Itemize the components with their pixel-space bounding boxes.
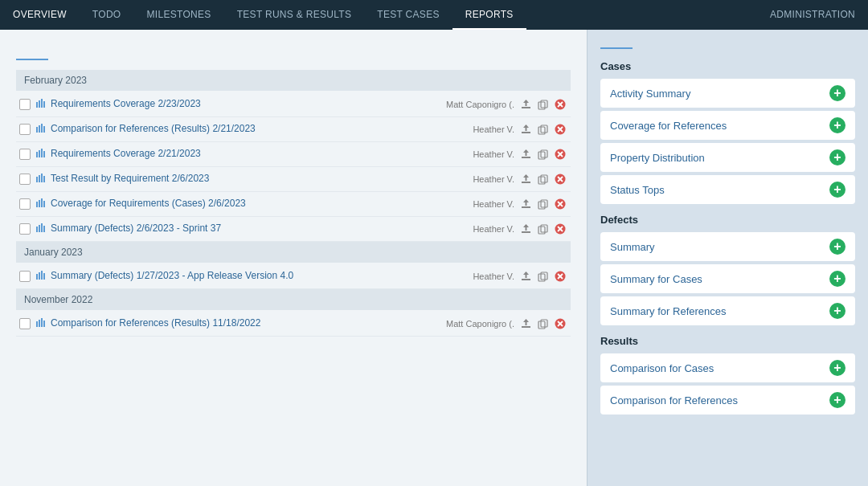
template-item[interactable]: Summary+ xyxy=(600,232,855,261)
template-item[interactable]: Comparison for Cases+ xyxy=(600,353,855,382)
report-checkbox[interactable] xyxy=(19,149,31,160)
export-button[interactable] xyxy=(519,317,533,331)
copy-button[interactable] xyxy=(536,270,550,284)
report-link[interactable]: Summary (Defects) 1/27/2023 - App Releas… xyxy=(51,270,429,283)
report-link[interactable]: Requirements Coverage 2/21/2023 xyxy=(51,148,429,161)
copy-button[interactable] xyxy=(536,98,550,112)
export-button[interactable] xyxy=(519,98,533,112)
delete-button[interactable] xyxy=(553,122,567,137)
delete-button[interactable] xyxy=(553,197,567,211)
svg-rect-73 xyxy=(39,272,40,280)
delete-button[interactable] xyxy=(553,317,567,331)
export-button[interactable] xyxy=(519,223,533,236)
template-item-label: Status Tops xyxy=(610,184,665,196)
report-checkbox[interactable] xyxy=(19,223,31,235)
report-link[interactable]: Requirements Coverage 2/23/2023 xyxy=(51,98,429,111)
add-template-button[interactable]: + xyxy=(829,271,845,287)
add-template-button[interactable]: + xyxy=(829,239,845,255)
template-item[interactable]: Coverage for References+ xyxy=(600,111,855,140)
report-checkbox[interactable] xyxy=(19,124,31,135)
delete-button[interactable] xyxy=(553,172,567,186)
group-header: January 2023 xyxy=(16,242,571,263)
svg-rect-92 xyxy=(541,320,547,327)
template-item[interactable]: Comparison for References+ xyxy=(600,386,855,415)
report-checkbox[interactable] xyxy=(19,271,31,282)
export-button[interactable] xyxy=(519,198,533,211)
delete-button[interactable] xyxy=(553,97,567,112)
copy-button[interactable] xyxy=(536,123,550,137)
add-template-button[interactable]: + xyxy=(829,360,845,376)
svg-rect-3 xyxy=(43,101,45,108)
svg-rect-40 xyxy=(522,182,530,183)
svg-rect-15 xyxy=(43,126,45,133)
template-item[interactable]: Status Tops+ xyxy=(600,175,855,204)
report-link[interactable]: Summary (Defects) 2/6/2023 - Sprint 37 xyxy=(51,223,429,235)
nav-item-todo[interactable]: TODO xyxy=(80,0,134,30)
group-header: November 2022 xyxy=(16,289,571,310)
report-user: Heather V. xyxy=(434,224,514,234)
export-button[interactable] xyxy=(519,123,533,137)
report-link[interactable]: Test Result by Requirement 2/6/2023 xyxy=(51,173,429,186)
copy-button[interactable] xyxy=(536,148,550,161)
nav-item-reports[interactable]: REPORTS xyxy=(452,0,526,30)
report-checkbox[interactable] xyxy=(19,198,31,210)
bar-chart-icon xyxy=(35,173,46,186)
report-link[interactable]: Comparison for References (Results) 11/1… xyxy=(51,317,429,330)
groups-container: February 2023Requirements Coverage 2/23/… xyxy=(16,70,571,337)
svg-rect-85 xyxy=(39,320,40,327)
add-template-button[interactable]: + xyxy=(829,303,845,319)
svg-rect-52 xyxy=(522,206,530,208)
report-actions xyxy=(519,147,567,161)
template-item[interactable]: Property Distribution+ xyxy=(600,143,855,172)
nav-item-milestones[interactable]: MILESTONES xyxy=(134,0,224,30)
svg-rect-51 xyxy=(43,201,45,207)
copy-button[interactable] xyxy=(536,173,550,186)
delete-button[interactable] xyxy=(553,269,567,284)
svg-rect-86 xyxy=(41,318,43,327)
nav-item-test-cases[interactable]: TEST CASES xyxy=(364,0,452,30)
svg-rect-88 xyxy=(522,326,530,328)
report-link[interactable]: Comparison for References (Results) 2/21… xyxy=(51,123,429,136)
nav-item-administration[interactable]: ADMINISTRATION xyxy=(757,0,868,30)
report-checkbox[interactable] xyxy=(19,174,31,185)
report-link[interactable]: Coverage for Requirements (Cases) 2/6/20… xyxy=(51,198,429,210)
export-button[interactable] xyxy=(519,270,533,284)
template-item[interactable]: Summary for Cases+ xyxy=(600,264,855,293)
svg-rect-84 xyxy=(36,321,38,327)
svg-rect-48 xyxy=(36,202,38,207)
export-button[interactable] xyxy=(519,148,533,161)
add-template-button[interactable]: + xyxy=(829,392,845,408)
svg-rect-80 xyxy=(541,272,547,280)
add-template-button[interactable]: + xyxy=(829,85,845,101)
export-button[interactable] xyxy=(519,173,533,186)
svg-rect-50 xyxy=(41,198,43,207)
report-actions xyxy=(519,97,567,112)
svg-rect-87 xyxy=(43,321,45,327)
svg-marker-6 xyxy=(523,100,529,103)
template-item[interactable]: Summary for References+ xyxy=(600,296,855,325)
template-item-label: Summary for References xyxy=(610,305,727,317)
add-template-button[interactable]: + xyxy=(829,149,845,165)
copy-button[interactable] xyxy=(536,198,550,211)
svg-rect-75 xyxy=(43,273,45,280)
delete-button[interactable] xyxy=(553,147,567,161)
add-template-button[interactable]: + xyxy=(829,117,845,133)
report-checkbox[interactable] xyxy=(19,99,31,110)
add-template-button[interactable]: + xyxy=(829,182,845,198)
svg-marker-78 xyxy=(523,272,529,275)
copy-button[interactable] xyxy=(536,317,550,331)
delete-button[interactable] xyxy=(553,222,567,236)
svg-rect-16 xyxy=(522,132,530,133)
nav-item-overview[interactable]: OVERVIEW xyxy=(0,0,80,30)
svg-rect-91 xyxy=(538,321,545,329)
copy-button[interactable] xyxy=(536,223,550,236)
template-item[interactable]: Activity Summary+ xyxy=(600,79,855,108)
main-layout: February 2023Requirements Coverage 2/23/… xyxy=(0,30,868,486)
svg-rect-19 xyxy=(538,127,545,134)
report-checkbox[interactable] xyxy=(19,318,31,329)
report-actions xyxy=(519,197,567,211)
left-panel: February 2023Requirements Coverage 2/23/… xyxy=(0,30,587,486)
svg-marker-54 xyxy=(523,199,529,202)
nav-item-test-runs-&-results[interactable]: TEST RUNS & RESULTS xyxy=(224,0,365,30)
report-item: Requirements Coverage 2/21/2023Heather V… xyxy=(16,142,571,167)
